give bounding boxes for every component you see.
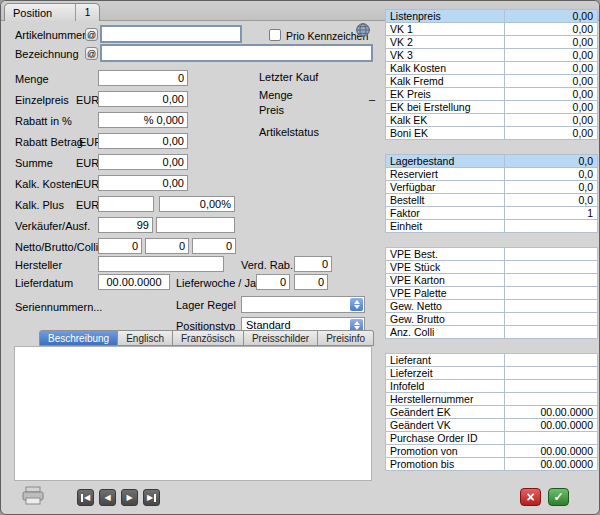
table-row: Verfügbar0,0 xyxy=(385,180,598,194)
bezeichnung-label: Bezeichnung xyxy=(15,48,79,60)
rabatt-betrag-label: Rabatt Betrag xyxy=(15,136,83,148)
row-value: 0,00 xyxy=(505,49,597,61)
table-row: Listenpreis0,00 xyxy=(385,9,598,23)
row-label: Promotion von xyxy=(386,445,505,457)
kalk-plus-input[interactable] xyxy=(98,196,154,212)
lieferjahr-input[interactable] xyxy=(294,274,328,290)
row-value xyxy=(505,380,597,392)
artikelnummer-input[interactable] xyxy=(100,25,242,43)
netto-input[interactable] xyxy=(98,238,142,254)
table-spacer xyxy=(385,140,598,154)
confirm-button[interactable]: ✓ xyxy=(548,488,569,506)
tab-beschreibung[interactable]: Beschreibung xyxy=(39,330,118,346)
preis-info-label: Preis xyxy=(259,104,284,116)
tab-position[interactable]: Position 1 xyxy=(4,3,100,21)
row-value xyxy=(505,367,597,379)
table-row: Bestellt0,0 xyxy=(385,193,598,207)
row-label: Infofeld xyxy=(386,380,505,392)
menge-label: Menge xyxy=(15,73,49,85)
hersteller-label: Hersteller xyxy=(15,259,62,271)
nav-next-button[interactable]: ▶ xyxy=(121,489,138,506)
rabatt-prozent-input[interactable] xyxy=(98,112,188,128)
print-button[interactable] xyxy=(21,486,45,510)
colli-input[interactable] xyxy=(192,238,236,254)
summe-input[interactable] xyxy=(98,154,188,170)
lieferdatum-label: Lieferdatum xyxy=(15,277,73,289)
nav-last-button[interactable]: ▶ xyxy=(143,489,160,506)
table-row: Lagerbestand0,0 xyxy=(385,154,598,168)
tab-französisch[interactable]: Französisch xyxy=(173,330,244,346)
brutto-input[interactable] xyxy=(145,238,189,254)
summe-label: Summe xyxy=(15,157,53,169)
seriennummern-link[interactable]: Seriennummern... xyxy=(15,301,102,313)
table-row: VPE Palette xyxy=(385,286,598,300)
row-label: Gew. Brutto xyxy=(386,313,505,325)
bezeichnung-lookup-button[interactable]: @ xyxy=(85,47,98,60)
row-label: Kalk EK xyxy=(386,114,505,126)
splitter-handle[interactable]: – xyxy=(369,93,375,105)
row-label: Promotion bis xyxy=(386,458,505,470)
table-row: Einheit xyxy=(385,219,598,233)
artikelnummer-lookup-button[interactable]: @ xyxy=(85,28,98,41)
desc-tabs: BeschreibungEnglischFranzösischPreisschi… xyxy=(39,330,374,346)
globe-icon[interactable] xyxy=(356,23,370,41)
row-value: 0,00 xyxy=(505,127,597,139)
kalk-kosten-input[interactable] xyxy=(98,175,188,191)
table-row: Lieferzeit xyxy=(385,366,598,380)
row-value: 0,00 xyxy=(505,23,597,35)
cancel-x-icon: × xyxy=(526,489,534,505)
row-label: Kalk Kosten xyxy=(386,62,505,74)
tab-preisinfo[interactable]: Preisinfo xyxy=(318,330,374,346)
kalk-kosten-label: Kalk. Kosten xyxy=(15,178,77,190)
menge-input[interactable] xyxy=(98,70,188,86)
row-label: Lagerbestand xyxy=(386,155,505,167)
rabatt-betrag-input[interactable] xyxy=(98,133,188,149)
row-label: VK 3 xyxy=(386,49,505,61)
row-value: 0,00 xyxy=(505,114,597,126)
lieferdatum-input[interactable] xyxy=(98,274,170,290)
row-value: 00.00.0000 xyxy=(505,419,597,431)
einzelpreis-input[interactable] xyxy=(98,91,188,107)
row-value xyxy=(505,274,597,286)
verkaeufer-input[interactable] xyxy=(98,217,153,233)
row-label: Verfügbar xyxy=(386,181,505,193)
row-value xyxy=(505,248,597,260)
row-value: 00.00.0000 xyxy=(505,406,597,418)
verd-rab-input[interactable] xyxy=(294,256,332,272)
table-row: Boni EK0,00 xyxy=(385,126,598,140)
beschreibung-textarea[interactable] xyxy=(14,346,372,481)
table-row: Lieferant xyxy=(385,353,598,367)
row-label: Lieferant xyxy=(386,354,505,366)
nav-first-button[interactable]: ◀ xyxy=(77,489,94,506)
table-row: Gew. Netto xyxy=(385,299,598,313)
verkaeufer-input-2[interactable] xyxy=(156,217,235,233)
hersteller-input[interactable] xyxy=(98,256,224,272)
lieferwoche-input[interactable] xyxy=(256,274,290,290)
row-label: Einheit xyxy=(386,220,505,232)
row-value: 00.00.0000 xyxy=(505,458,597,470)
row-value: 0,00 xyxy=(505,75,597,87)
menge-info-label: Menge xyxy=(259,89,293,101)
row-label: Faktor xyxy=(386,207,505,219)
row-label: VPE Best. xyxy=(386,248,505,260)
confirm-check-icon: ✓ xyxy=(553,490,563,504)
table-row: Purchase Order ID xyxy=(385,431,598,445)
table-row: VPE Best. xyxy=(385,247,598,261)
tab-englisch[interactable]: Englisch xyxy=(118,330,173,346)
verkaeufer-label: Verkäufer/Ausf. xyxy=(15,220,90,232)
row-value: 0,00 xyxy=(505,36,597,48)
table-row: EK bei Erstellung0,00 xyxy=(385,100,598,114)
table-row: Herstellernummer xyxy=(385,392,598,406)
nav-prev-button[interactable]: ◀ xyxy=(99,489,116,506)
row-value xyxy=(505,326,597,338)
kalk-plus-percent-input[interactable] xyxy=(159,196,235,212)
bezeichnung-input[interactable] xyxy=(100,44,373,62)
tab-preisschilder[interactable]: Preisschilder xyxy=(244,330,318,346)
netto-brutto-colli-label: Netto/Brutto/Colli xyxy=(15,241,98,253)
cancel-button[interactable]: × xyxy=(520,488,541,506)
lager-regel-dropdown[interactable] xyxy=(241,296,365,313)
table-row: Promotion von00.00.0000 xyxy=(385,444,598,458)
summe-currency: EUR xyxy=(76,157,99,169)
prio-kennzeichen-checkbox[interactable] xyxy=(269,29,281,41)
row-label: Kalk Fremd xyxy=(386,75,505,87)
